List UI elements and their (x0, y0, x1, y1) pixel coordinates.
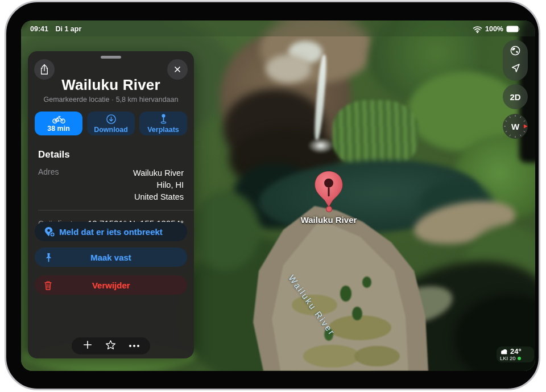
maps-app-screen: Wailuku River (21, 20, 535, 371)
download-label: Download (94, 126, 128, 134)
directions-label: 38 min (47, 125, 70, 133)
place-card: Wailuku River Gemarkeerde locatie · 5,8 … (28, 51, 194, 358)
map-pin-marker[interactable]: Wailuku River (289, 170, 369, 225)
quick-actions-row: 38 min Download (28, 104, 194, 135)
favorite-star-icon (105, 340, 116, 350)
map-2d-label: 2D (510, 92, 520, 102)
more-ellipsis-icon (129, 345, 131, 347)
globe-button[interactable] (510, 45, 521, 59)
details-header: Details (28, 135, 194, 160)
delete-button[interactable]: Verwijder (35, 275, 187, 295)
address-row: Adres Wailuku River Hilo, HI United Stat… (28, 160, 194, 203)
map-waterfall (308, 138, 334, 154)
status-date: Di 1 apr (55, 25, 81, 33)
close-button[interactable] (167, 59, 188, 80)
add-icon (82, 340, 93, 350)
pin-label: Wailuku River (289, 215, 369, 225)
add-button[interactable] (82, 340, 93, 352)
drag-handle[interactable] (101, 56, 121, 59)
move-button[interactable]: Verplaats (139, 112, 187, 135)
screenshot-root: Wailuku River (0, 0, 546, 392)
map-terrain (266, 55, 311, 83)
card-toolbar (72, 337, 150, 354)
map-mode-pill (503, 40, 528, 81)
favorite-button[interactable] (105, 340, 116, 353)
compass-button[interactable]: W (503, 114, 528, 139)
weather-widget[interactable]: 24° LKI 20 (497, 346, 534, 362)
report-missing-button[interactable]: Meld dat er iets ontbreekt (35, 222, 187, 241)
battery-percent: 100% (485, 25, 503, 33)
directions-button[interactable]: 38 min (35, 112, 82, 135)
share-icon (39, 63, 49, 76)
share-button[interactable] (34, 59, 55, 80)
delete-label: Verwijder (92, 280, 130, 290)
map-2d-button[interactable]: 2D (503, 84, 528, 109)
download-icon (106, 114, 117, 125)
pin-location-label: Maak vast (90, 253, 131, 262)
place-subtitle: Gemarkeerde locatie · 5,8 km hiervandaan (28, 96, 194, 104)
address-line: United States (133, 191, 184, 203)
pin-balloon-icon (312, 170, 346, 208)
battery-icon (506, 26, 520, 32)
move-label: Verplaats (147, 126, 179, 134)
address-line: Wailuku River (133, 167, 184, 179)
air-quality-label: LKI 20 (500, 355, 515, 361)
close-icon (173, 65, 182, 74)
more-ellipsis-icon (137, 345, 139, 347)
more-button[interactable] (129, 345, 139, 347)
report-pin-icon (44, 226, 56, 238)
pin-location-button[interactable]: Maak vast (35, 247, 187, 267)
status-bar: 09:41 Di 1 apr 100% (21, 20, 535, 36)
location-arrow-icon (510, 63, 521, 73)
status-time: 09:41 (30, 25, 48, 33)
compass-heading-label: W (503, 114, 528, 139)
map-terrain (333, 100, 418, 168)
map-controls: 2D W (503, 40, 528, 139)
address-label: Adres (38, 167, 59, 203)
move-pin-icon (159, 113, 168, 125)
download-button[interactable]: Download (87, 112, 135, 135)
locate-button[interactable] (510, 63, 521, 76)
bicycle-icon (52, 115, 66, 123)
cloud-icon (500, 349, 508, 354)
trash-icon (44, 280, 52, 291)
place-title: Wailuku River (28, 76, 194, 94)
address-line: Hilo, HI (133, 179, 184, 191)
more-ellipsis-icon (133, 345, 135, 347)
globe-icon (510, 45, 521, 56)
pushpin-icon (44, 252, 53, 263)
ipad-device-frame: Wailuku River (5, 1, 540, 390)
wifi-icon (473, 26, 482, 33)
weather-temperature: 24° (510, 348, 522, 355)
report-missing-label: Meld dat er iets ontbreekt (59, 227, 163, 237)
air-quality-dot-icon (518, 357, 521, 360)
